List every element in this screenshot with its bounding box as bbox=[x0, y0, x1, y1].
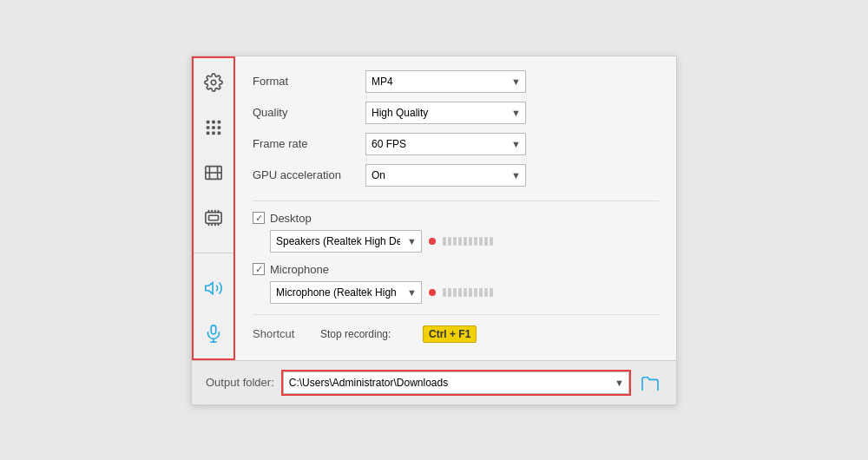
mic-vol-seg-9 bbox=[484, 288, 488, 297]
vol-seg-6 bbox=[469, 237, 472, 246]
svg-rect-3 bbox=[218, 120, 221, 123]
shortcut-label: Shortcut bbox=[253, 327, 313, 340]
desktop-label-row: ✓ Desktop bbox=[253, 212, 659, 225]
shortcut-keys-badge[interactable]: Ctrl + F1 bbox=[423, 325, 477, 343]
mic-vol-seg-4 bbox=[458, 288, 462, 297]
audio-settings-section: ✓ Desktop Speakers (Realtek High De... ▼ bbox=[253, 212, 659, 304]
mic-volume-dot bbox=[429, 289, 436, 296]
svg-rect-1 bbox=[207, 120, 210, 123]
microphone-label-row: ✓ Microphone bbox=[253, 263, 659, 276]
settings-content: Format MP4 AVI MOV MKV ▼ Quality bbox=[235, 56, 676, 360]
vol-seg-10 bbox=[490, 237, 493, 246]
svg-rect-5 bbox=[212, 126, 215, 129]
svg-marker-24 bbox=[206, 282, 213, 293]
mic-vol-seg-8 bbox=[479, 288, 483, 297]
microphone-sidebar-icon[interactable] bbox=[200, 319, 227, 347]
mic-vol-seg-2 bbox=[448, 288, 451, 297]
shortcut-stop-label: Stop recording: bbox=[320, 328, 416, 340]
desktop-label: Desktop bbox=[270, 212, 312, 225]
vol-seg-8 bbox=[479, 237, 483, 246]
vol-seg-3 bbox=[453, 237, 457, 246]
vol-seg-7 bbox=[474, 237, 477, 246]
quality-select-wrapper: High Quality Medium Quality Low Quality … bbox=[365, 102, 526, 124]
framerate-select-wrapper: 60 FPS 30 FPS 24 FPS 15 FPS ▼ bbox=[365, 133, 526, 155]
svg-point-0 bbox=[211, 80, 216, 85]
gpu-select[interactable]: On Off bbox=[365, 164, 526, 187]
shortcut-row: Shortcut Stop recording: Ctrl + F1 bbox=[253, 325, 659, 343]
desktop-checkbox[interactable]: ✓ bbox=[253, 212, 265, 224]
quality-label: Quality bbox=[253, 106, 365, 119]
output-folder-label: Output folder: bbox=[206, 376, 274, 389]
mic-vol-seg-7 bbox=[474, 288, 477, 297]
framerate-select[interactable]: 60 FPS 30 FPS 24 FPS 15 FPS bbox=[365, 133, 526, 155]
vol-seg-2 bbox=[448, 237, 451, 246]
quality-row: Quality High Quality Medium Quality Low … bbox=[253, 102, 659, 124]
settings-icon[interactable] bbox=[200, 69, 227, 96]
mic-vol-seg-6 bbox=[469, 288, 472, 297]
framerate-row: Frame rate 60 FPS 30 FPS 24 FPS 15 FPS ▼ bbox=[253, 133, 659, 155]
vol-seg-9 bbox=[484, 237, 488, 246]
folder-path-select-wrapper: C:\Users\Administrator\Downloads ▼ bbox=[281, 370, 631, 396]
footer-bar: Output folder: C:\Users\Administrator\Do… bbox=[192, 360, 676, 404]
desktop-device-row: Speakers (Realtek High De... ▼ bbox=[270, 230, 659, 253]
speaker-icon[interactable] bbox=[200, 274, 227, 302]
desktop-volume-dot bbox=[429, 238, 436, 245]
mic-volume-bar bbox=[443, 288, 493, 297]
mic-device-select[interactable]: Microphone (Realtek High ... bbox=[270, 281, 422, 304]
mic-vol-seg-5 bbox=[464, 288, 467, 297]
svg-rect-9 bbox=[218, 131, 221, 135]
folder-path-select[interactable]: C:\Users\Administrator\Downloads bbox=[283, 371, 629, 394]
mic-vol-seg-10 bbox=[490, 288, 493, 297]
gpu-select-wrapper: On Off ▼ bbox=[365, 164, 526, 187]
microphone-checkbox[interactable]: ✓ bbox=[253, 263, 265, 275]
gpu-row: GPU acceleration On Off ▼ bbox=[253, 164, 659, 187]
mic-vol-seg-3 bbox=[453, 288, 457, 297]
svg-rect-8 bbox=[212, 131, 215, 135]
quality-select[interactable]: High Quality Medium Quality Low Quality bbox=[365, 102, 526, 124]
svg-rect-15 bbox=[209, 215, 219, 220]
format-label: Format bbox=[253, 75, 365, 88]
vol-seg-1 bbox=[443, 237, 446, 246]
section-divider-2 bbox=[253, 314, 659, 315]
section-divider-1 bbox=[253, 200, 659, 201]
svg-rect-4 bbox=[207, 126, 210, 129]
format-select[interactable]: MP4 AVI MOV MKV bbox=[365, 70, 526, 93]
video-settings-section: Format MP4 AVI MOV MKV ▼ Quality bbox=[253, 70, 659, 187]
mic-device-select-wrapper: Microphone (Realtek High ... ▼ bbox=[270, 281, 422, 304]
desktop-device-select[interactable]: Speakers (Realtek High De... bbox=[270, 230, 422, 253]
vol-seg-4 bbox=[458, 237, 462, 246]
format-row: Format MP4 AVI MOV MKV ▼ bbox=[253, 70, 659, 93]
gpu-icon[interactable] bbox=[200, 204, 227, 232]
svg-rect-7 bbox=[207, 131, 210, 135]
open-folder-button[interactable] bbox=[638, 371, 662, 394]
svg-rect-25 bbox=[211, 325, 216, 333]
format-select-wrapper: MP4 AVI MOV MKV ▼ bbox=[365, 70, 526, 93]
quality-icon[interactable] bbox=[200, 114, 227, 141]
desktop-device-select-wrapper: Speakers (Realtek High De... ▼ bbox=[270, 230, 422, 253]
svg-rect-2 bbox=[212, 120, 215, 123]
framerate-icon[interactable] bbox=[200, 159, 227, 187]
framerate-label: Frame rate bbox=[253, 137, 365, 150]
microphone-label: Microphone bbox=[270, 263, 329, 276]
desktop-volume-bar bbox=[443, 237, 493, 246]
vol-seg-5 bbox=[464, 237, 467, 246]
sidebar bbox=[192, 56, 235, 360]
main-panel: Format MP4 AVI MOV MKV ▼ Quality bbox=[191, 56, 677, 405]
svg-rect-14 bbox=[206, 212, 221, 223]
mic-vol-seg-1 bbox=[443, 288, 446, 297]
microphone-device-row: Microphone (Realtek High ... ▼ bbox=[270, 281, 659, 304]
gpu-label: GPU acceleration bbox=[253, 168, 365, 181]
svg-rect-6 bbox=[218, 126, 221, 129]
